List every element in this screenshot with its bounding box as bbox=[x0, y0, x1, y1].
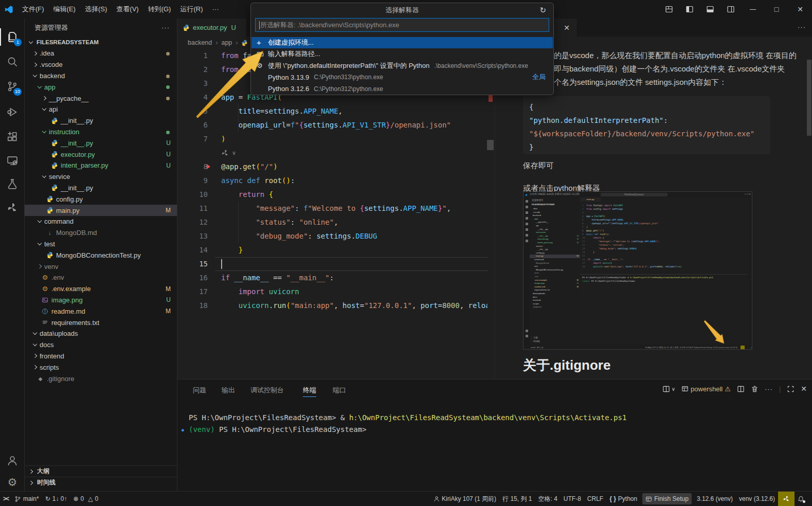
tree-item-MongoDB.md[interactable]: ↓MongoDB.md bbox=[25, 227, 177, 239]
status-problems[interactable]: ⊗0△0 bbox=[70, 493, 101, 504]
toggle-secondary-sidebar-icon[interactable] bbox=[720, 0, 741, 19]
activity-ai-assistant[interactable] bbox=[0, 196, 25, 219]
tree-item-scripts[interactable]: scripts bbox=[25, 362, 177, 373]
interpreter-option-3[interactable]: Python 3.13.9C:\Python313\python.exe全局 bbox=[251, 71, 553, 83]
tree-item-executor.py[interactable]: executor.pyU bbox=[25, 149, 177, 160]
activity-extensions[interactable] bbox=[0, 125, 25, 148]
interpreter-option-2[interactable]: ⚙使用 \"python.defaultInterpreterPath\" 设置… bbox=[251, 60, 553, 71]
status-indentation[interactable]: 空格: 4 bbox=[535, 493, 560, 504]
activity-remote-explorer[interactable] bbox=[0, 149, 25, 172]
panel-tab-终端[interactable]: 终端 bbox=[303, 384, 316, 397]
panel-tab-输出[interactable]: 输出 bbox=[222, 384, 235, 397]
ai-codelens[interactable]: ∨ bbox=[221, 146, 236, 160]
sidebar-section-outline[interactable]: 大纲 bbox=[25, 465, 177, 477]
tree-item-.env[interactable]: ⚙.env bbox=[25, 272, 177, 283]
tree-item-image.png[interactable]: image.pngU bbox=[25, 295, 177, 306]
maximize-icon[interactable]: □ bbox=[765, 5, 788, 13]
activity-source-control[interactable]: 10 bbox=[0, 75, 25, 98]
tree-item-__pycache__[interactable]: __pycache__ bbox=[25, 93, 177, 104]
tree-item-service[interactable]: service bbox=[25, 171, 177, 183]
tree-item-__init__.py[interactable]: __init__.pyU bbox=[25, 137, 177, 149]
activity-run-debug[interactable] bbox=[0, 101, 25, 123]
status-gitlens-blame[interactable]: KiriAky 107 (1 周前) bbox=[430, 493, 499, 504]
status-remote-indicator[interactable]: >< bbox=[0, 493, 11, 504]
status-notifications[interactable] bbox=[795, 493, 812, 504]
minimize-icon[interactable]: — bbox=[741, 6, 765, 13]
refresh-icon[interactable]: ↻ bbox=[539, 3, 546, 17]
activity-testing[interactable] bbox=[0, 173, 25, 195]
tree-item-venv[interactable]: venv bbox=[25, 261, 177, 272]
new-terminal-icon[interactable]: ∨ bbox=[662, 385, 675, 393]
toggle-panel-icon[interactable] bbox=[700, 0, 720, 19]
tree-item-backend[interactable]: backend bbox=[25, 70, 177, 82]
tree-item-instruction[interactable]: instruction bbox=[25, 127, 177, 138]
tree-item-main.py[interactable]: main.pyM bbox=[25, 205, 177, 216]
tree-root-folder[interactable]: FILESREADSYSTEAM bbox=[25, 37, 177, 48]
tree-item-__init__.py[interactable]: __init__.py bbox=[25, 183, 177, 194]
tree-item-.idea[interactable]: .idea bbox=[25, 48, 177, 59]
tree-item-.env.example[interactable]: ⚙.env.exampleM bbox=[25, 283, 177, 295]
code-editor[interactable]: 1from fastapi import FastAPI2from config… bbox=[177, 49, 488, 379]
panel-tab-调试控制台[interactable]: 调试控制台 bbox=[250, 384, 284, 397]
menu-R[interactable]: 运行(R) bbox=[175, 3, 207, 15]
status-cursor-position[interactable]: 行 15, 列 1 bbox=[499, 493, 535, 504]
tree-item-__init__.py[interactable]: __init__.py bbox=[25, 115, 177, 127]
customize-layout-icon[interactable] bbox=[659, 0, 679, 19]
status-eol[interactable]: CRLF bbox=[584, 493, 606, 504]
terminal-more-icon[interactable]: ··· bbox=[765, 385, 773, 393]
interpreter-input[interactable]: 所选解释器: .\backend\venv\Scripts\python.exe bbox=[255, 18, 549, 32]
tree-item-readme.md[interactable]: readme.mdM bbox=[25, 305, 177, 317]
status-git-branch[interactable]: main* bbox=[11, 493, 42, 504]
tree-item-data-uploads[interactable]: data\uploads bbox=[25, 328, 177, 339]
sidebar-section-timeline[interactable]: 时间线 bbox=[25, 477, 177, 488]
menu-G[interactable]: 转到(G) bbox=[143, 3, 176, 15]
activity-explorer[interactable]: 1 bbox=[0, 26, 25, 48]
menu-F[interactable]: 文件(F) bbox=[17, 3, 49, 15]
status-python-interpreter[interactable]: 3.12.6 (venv) bbox=[694, 493, 736, 504]
interpreter-option-0[interactable]: +创建虚拟环境... bbox=[251, 37, 553, 48]
editor-actions-more-icon[interactable]: ··· bbox=[798, 23, 806, 31]
status-language-mode[interactable]: { }Python bbox=[606, 493, 640, 504]
tree-item-app[interactable]: app bbox=[25, 81, 177, 93]
status-finish-setup[interactable]: Finish Setup bbox=[642, 493, 692, 504]
interpreter-option-1[interactable]: 输入解释器路径... bbox=[251, 48, 553, 60]
menu-V[interactable]: 查看(V) bbox=[112, 3, 143, 15]
menu-[interactable]: ··· bbox=[207, 3, 223, 15]
tree-item-docs[interactable]: docs bbox=[25, 339, 177, 351]
tree-item-.gitignore[interactable]: ◆.gitignore bbox=[25, 373, 177, 384]
tree-item-intent_parser.py[interactable]: intent_parser.pyU bbox=[25, 160, 177, 171]
close-panel-icon[interactable]: ✕ bbox=[801, 385, 807, 393]
status-ai-extension[interactable] bbox=[778, 492, 795, 506]
activity-settings[interactable]: ⚙ bbox=[0, 471, 25, 494]
kill-terminal-icon[interactable] bbox=[751, 385, 759, 393]
tree-item-frontend[interactable]: frontend bbox=[25, 351, 177, 362]
interpreter-option-4[interactable]: Python 3.12.6C:\Python312\python.exe bbox=[251, 83, 553, 95]
panel-tab-问题[interactable]: 问题 bbox=[193, 384, 206, 397]
tab-executor-py[interactable]: executor.py U bbox=[177, 19, 246, 37]
activity-search[interactable] bbox=[0, 50, 25, 73]
preview-scrollbar[interactable] bbox=[807, 60, 811, 136]
close-window-icon[interactable]: ✕ bbox=[788, 5, 812, 13]
tree-item-MongoDBConnectionTest.py[interactable]: MongoDBConnectionTest.py bbox=[25, 249, 177, 261]
tree-item-api[interactable]: api bbox=[25, 104, 177, 115]
panel-tab-端口[interactable]: 端口 bbox=[333, 384, 346, 397]
tree-item-command[interactable]: command bbox=[25, 216, 177, 227]
activity-account[interactable] bbox=[0, 449, 25, 472]
tree-item-requirements.txt[interactable]: requirements.txt bbox=[25, 317, 177, 328]
menu-E[interactable]: 编辑(E) bbox=[49, 3, 80, 15]
status-git-sync[interactable]: ↻1↓ 0↑ bbox=[42, 493, 70, 504]
status-encoding[interactable]: UTF-8 bbox=[561, 493, 584, 504]
terminal-instance[interactable]: powershell⚠ bbox=[681, 385, 731, 393]
tree-item-config.py[interactable]: config.py bbox=[25, 193, 177, 205]
tree-item-test[interactable]: test bbox=[25, 239, 177, 250]
split-terminal-icon[interactable] bbox=[737, 385, 745, 393]
maximize-panel-icon[interactable] bbox=[787, 385, 795, 393]
toggle-sidebar-icon[interactable] bbox=[679, 0, 700, 19]
editor-scrollbar[interactable] bbox=[487, 140, 494, 150]
menu-S[interactable]: 选择(S) bbox=[80, 3, 112, 15]
tree-item-.vscode[interactable]: .vscode bbox=[25, 59, 177, 70]
line-number: 1 bbox=[177, 49, 208, 63]
status-venv-indicator[interactable]: venv (3.12.6) bbox=[736, 493, 778, 504]
close-icon[interactable]: ✕ bbox=[564, 24, 570, 32]
sidebar-more-icon[interactable]: ··· bbox=[161, 24, 170, 31]
